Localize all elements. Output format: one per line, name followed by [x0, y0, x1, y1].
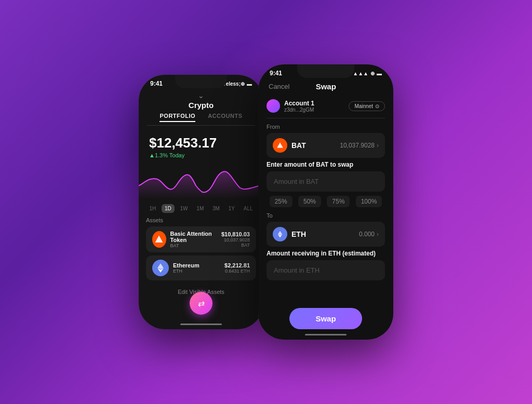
to-token-symbol: ETH	[291, 230, 306, 238]
account-address: z3dn...2gGM	[284, 107, 314, 113]
left-phone: 9:41 ▲▲▲ wireless;⊕ ▬ ⌄ Crypto PORTFOLIO…	[139, 75, 263, 329]
account-left: Account 1 z3dn...2gGM	[267, 99, 314, 113]
from-bat-icon	[273, 138, 287, 153]
filter-1h[interactable]: 1H	[146, 204, 159, 213]
wifi-icon-right: ⊕	[370, 71, 375, 76]
tab-portfolio[interactable]: PORTFOLIO	[159, 113, 195, 122]
time-right: 9:41	[270, 70, 282, 77]
pct-25[interactable]: 25%	[270, 196, 292, 207]
time-filters: 1H 1D 1W 1M 3M 1Y ALL	[139, 202, 263, 217]
to-chevron-icon: ›	[377, 231, 379, 238]
chevron-down-icon[interactable]: ⌄	[147, 91, 255, 100]
from-chevron-icon: ›	[377, 142, 379, 149]
account-name: Account 1	[284, 100, 314, 107]
svg-marker-3	[277, 142, 283, 148]
portfolio-value-section: $12,453.17 ▲1.3% Today	[139, 130, 263, 160]
bat-name: Basic Attention Token	[170, 231, 220, 243]
screen-left: 9:41 ▲▲▲ wireless;⊕ ▬ ⌄ Crypto PORTFOLIO…	[139, 75, 263, 329]
notch-right	[297, 64, 354, 78]
eth-icon	[152, 260, 169, 276]
bat-amount-input[interactable]: Amount in BAT	[267, 171, 385, 192]
account-avatar	[267, 99, 280, 113]
filter-1y[interactable]: 1Y	[225, 204, 238, 213]
assets-label: Assets	[146, 217, 256, 223]
status-icons-right: ▲▲▲ ⊕ ▬	[353, 71, 382, 76]
eth-amount-input[interactable]: Amount in ETH	[267, 260, 385, 280]
account-row: Account 1 z3dn...2gGM Mainnet ⊙	[267, 95, 385, 118]
pct-100[interactable]: 100%	[356, 196, 382, 207]
swap-body: Account 1 z3dn...2gGM Mainnet ⊙ From	[258, 95, 393, 302]
eth-amount: 0.6431 ETH	[224, 268, 250, 274]
crypto-title: Crypto	[147, 101, 255, 110]
filter-3m[interactable]: 3M	[209, 204, 223, 213]
from-label: From	[267, 124, 385, 130]
tab-bar: PORTFOLIO ACCOUNTS	[147, 113, 255, 126]
asset-bat-info: Basic Attention Token BAT	[170, 231, 220, 248]
right-phone: 9:41 ▲▲▲ ⊕ ▬ Cancel Swap	[258, 64, 393, 340]
swap-title: Swap	[316, 82, 336, 91]
pct-50[interactable]: 50%	[298, 196, 321, 207]
price-chart	[139, 160, 263, 202]
network-icon: ⊙	[375, 103, 379, 109]
screen-right: 9:41 ▲▲▲ ⊕ ▬ Cancel Swap	[258, 64, 393, 340]
time-left: 9:41	[150, 80, 163, 87]
eth-usd: $2,212.81	[224, 262, 250, 268]
assets-section: Assets Basic Attention Token BAT	[139, 217, 263, 300]
asset-eth-values: $2,212.81 0.6431 ETH	[224, 262, 250, 274]
from-token-amount: 10,037.9028 ›	[340, 142, 379, 149]
bat-symbol: BAT	[170, 243, 220, 248]
asset-eth-left: Ethereum ETH	[152, 260, 200, 276]
portfolio-total: $12,453.17	[149, 135, 253, 151]
from-token-symbol: BAT	[291, 141, 306, 150]
bat-icon	[152, 231, 166, 248]
cancel-button[interactable]: Cancel	[269, 83, 289, 90]
svg-marker-4	[278, 231, 282, 235]
left-header: ⌄ Crypto PORTFOLIO ACCOUNTS	[139, 89, 263, 130]
signal-icon-right: ▲▲▲	[353, 71, 368, 76]
bat-amount: 10,037.9028 BAT	[220, 237, 250, 248]
account-info: Account 1 z3dn...2gGM	[284, 100, 314, 113]
eth-symbol: ETH	[173, 268, 200, 274]
filter-1w[interactable]: 1W	[177, 204, 191, 213]
swap-fab-button[interactable]: ⇄	[190, 292, 212, 315]
filter-1m[interactable]: 1M	[193, 204, 207, 213]
percent-row: 25% 50% 75% 100%	[267, 196, 385, 207]
filter-1d[interactable]: 1D	[162, 204, 175, 213]
swap-confirm-button[interactable]: Swap	[289, 308, 362, 329]
receiving-eth-label: Amount receiving in ETH (estimated)	[267, 250, 385, 257]
asset-bat-left: Basic Attention Token BAT	[152, 231, 220, 248]
battery-icon-right: ▬	[377, 71, 382, 76]
mainnet-label: Mainnet	[354, 103, 373, 109]
to-token-row[interactable]: ETH 0.000 ›	[267, 222, 385, 247]
home-indicator-right	[305, 334, 347, 335]
to-eth-icon	[273, 227, 287, 241]
asset-eth[interactable]: Ethereum ETH $2,212.81 0.6431 ETH	[146, 255, 256, 280]
to-token-left: ETH	[273, 227, 306, 241]
filter-all[interactable]: ALL	[241, 204, 256, 213]
bat-usd: $10,810.03	[220, 231, 250, 237]
swap-header: Cancel Swap	[258, 79, 393, 95]
battery-icon-left: ▬	[247, 81, 252, 87]
asset-eth-info: Ethereum ETH	[173, 262, 200, 274]
from-token-row[interactable]: BAT 10,037.9028 ›	[267, 133, 385, 158]
from-token-left: BAT	[273, 138, 306, 153]
phones-container: 9:41 ▲▲▲ wireless;⊕ ▬ ⌄ Crypto PORTFOLIO…	[139, 64, 393, 340]
mainnet-badge[interactable]: Mainnet ⊙	[349, 101, 385, 111]
tab-accounts[interactable]: ACCOUNTS	[208, 113, 242, 122]
pct-75[interactable]: 75%	[327, 196, 350, 207]
asset-bat-values: $10,810.03 10,037.9028 BAT	[220, 231, 250, 248]
to-label: To	[267, 212, 385, 219]
portfolio-change: ▲1.3% Today	[149, 152, 253, 158]
enter-bat-label: Enter amount of BAT to swap	[267, 161, 385, 168]
svg-marker-0	[155, 236, 163, 243]
asset-bat[interactable]: Basic Attention Token BAT $10,810.03 10,…	[146, 226, 256, 252]
home-indicator-left	[180, 324, 222, 325]
to-token-amount: 0.000 ›	[359, 231, 379, 238]
svg-marker-1	[157, 263, 164, 269]
eth-name: Ethereum	[173, 262, 200, 268]
notch-left	[175, 75, 227, 88]
to-section: To ETH 0.000	[267, 212, 385, 280]
